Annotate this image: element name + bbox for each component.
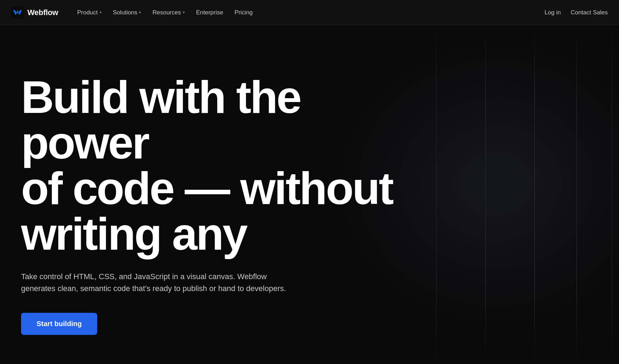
nav-links: Product ▾ Solutions ▾ Resources ▾ Enterp… bbox=[72, 6, 545, 19]
chevron-down-icon: ▾ bbox=[139, 10, 141, 15]
hero-heading: Build with the power of code — without w… bbox=[21, 74, 393, 257]
hero-decorative-lines bbox=[373, 25, 619, 364]
webflow-logo-icon bbox=[11, 6, 24, 19]
chevron-down-icon: ▾ bbox=[100, 10, 102, 15]
hero-subtext: Take control of HTML, CSS, and JavaScrip… bbox=[21, 271, 295, 295]
login-link[interactable]: Log in bbox=[545, 9, 561, 16]
decorative-line-4 bbox=[577, 25, 577, 364]
decorative-line-3 bbox=[534, 25, 535, 364]
nav-item-resources[interactable]: Resources ▾ bbox=[147, 6, 189, 19]
logo-link[interactable]: Webflow bbox=[11, 6, 58, 19]
nav-item-product[interactable]: Product ▾ bbox=[72, 6, 107, 19]
decorative-line-5 bbox=[612, 25, 612, 364]
chevron-down-icon: ▾ bbox=[183, 10, 185, 15]
hero-section: Build with the power of code — without w… bbox=[0, 25, 619, 364]
decorative-line-2 bbox=[485, 25, 486, 364]
nav-item-pricing[interactable]: Pricing bbox=[229, 6, 258, 19]
nav-item-enterprise[interactable]: Enterprise bbox=[191, 6, 228, 19]
start-building-button[interactable]: Start building bbox=[21, 313, 97, 335]
contact-sales-link[interactable]: Contact Sales bbox=[571, 9, 608, 16]
nav-item-solutions[interactable]: Solutions ▾ bbox=[108, 6, 146, 19]
navbar: Webflow Product ▾ Solutions ▾ Resources … bbox=[0, 0, 619, 25]
nav-right: Log in Contact Sales bbox=[545, 9, 608, 16]
decorative-line-1 bbox=[436, 25, 437, 364]
hero-content: Build with the power of code — without w… bbox=[21, 74, 393, 335]
logo-text: Webflow bbox=[27, 8, 58, 17]
